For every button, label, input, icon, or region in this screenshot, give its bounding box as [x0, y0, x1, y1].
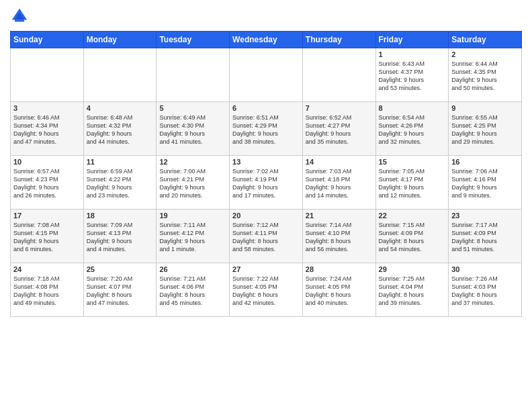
- day-info: Sunrise: 7:00 AM Sunset: 4:21 PM Dayligh…: [159, 167, 226, 200]
- day-info: Sunrise: 7:14 AM Sunset: 4:10 PM Dayligh…: [306, 221, 373, 254]
- calendar-cell: [157, 48, 230, 102]
- calendar: SundayMondayTuesdayWednesdayThursdayFrid…: [10, 31, 522, 317]
- calendar-cell: 13Sunrise: 7:02 AM Sunset: 4:19 PM Dayli…: [230, 156, 303, 210]
- day-info: Sunrise: 7:17 AM Sunset: 4:09 PM Dayligh…: [451, 221, 519, 254]
- day-info: Sunrise: 7:08 AM Sunset: 4:15 PM Dayligh…: [13, 221, 81, 254]
- day-number: 14: [306, 158, 373, 166]
- day-number: 20: [232, 212, 300, 220]
- calendar-cell: 14Sunrise: 7:03 AM Sunset: 4:18 PM Dayli…: [302, 156, 375, 210]
- calendar-cell: 11Sunrise: 6:59 AM Sunset: 4:22 PM Dayli…: [83, 156, 157, 210]
- calendar-cell: [11, 48, 84, 102]
- day-header: Wednesday: [230, 32, 303, 48]
- calendar-cell: 12Sunrise: 7:00 AM Sunset: 4:21 PM Dayli…: [157, 156, 230, 210]
- calendar-row: 1Sunrise: 6:43 AM Sunset: 4:37 PM Daylig…: [11, 48, 522, 102]
- day-number: 16: [451, 158, 519, 166]
- calendar-cell: 24Sunrise: 7:18 AM Sunset: 4:08 PM Dayli…: [11, 263, 84, 317]
- day-number: 18: [87, 212, 154, 220]
- day-number: 30: [451, 265, 519, 273]
- day-info: Sunrise: 7:21 AM Sunset: 4:06 PM Dayligh…: [159, 275, 226, 308]
- day-info: Sunrise: 7:09 AM Sunset: 4:13 PM Dayligh…: [87, 221, 154, 254]
- calendar-cell: 17Sunrise: 7:08 AM Sunset: 4:15 PM Dayli…: [11, 210, 84, 263]
- calendar-cell: 18Sunrise: 7:09 AM Sunset: 4:13 PM Dayli…: [83, 210, 157, 263]
- calendar-cell: 10Sunrise: 6:57 AM Sunset: 4:23 PM Dayli…: [11, 156, 84, 210]
- day-info: Sunrise: 7:15 AM Sunset: 4:09 PM Dayligh…: [379, 221, 446, 254]
- day-number: 22: [379, 212, 446, 220]
- logo-icon: [10, 7, 29, 26]
- day-info: Sunrise: 7:11 AM Sunset: 4:12 PM Dayligh…: [159, 221, 226, 254]
- calendar-cell: 15Sunrise: 7:05 AM Sunset: 4:17 PM Dayli…: [375, 156, 449, 210]
- calendar-cell: [230, 48, 303, 102]
- day-number: 3: [13, 104, 81, 112]
- calendar-cell: 6Sunrise: 6:51 AM Sunset: 4:29 PM Daylig…: [230, 102, 303, 156]
- day-info: Sunrise: 7:05 AM Sunset: 4:17 PM Dayligh…: [379, 167, 446, 200]
- calendar-cell: [83, 48, 157, 102]
- day-info: Sunrise: 6:43 AM Sunset: 4:37 PM Dayligh…: [379, 60, 446, 93]
- calendar-cell: 7Sunrise: 6:52 AM Sunset: 4:27 PM Daylig…: [302, 102, 375, 156]
- day-info: Sunrise: 7:03 AM Sunset: 4:18 PM Dayligh…: [306, 167, 373, 200]
- calendar-cell: 30Sunrise: 7:26 AM Sunset: 4:03 PM Dayli…: [449, 263, 522, 317]
- calendar-cell: 8Sunrise: 6:54 AM Sunset: 4:26 PM Daylig…: [375, 102, 449, 156]
- day-header: Sunday: [11, 32, 84, 48]
- day-info: Sunrise: 6:44 AM Sunset: 4:35 PM Dayligh…: [451, 60, 519, 93]
- day-number: 13: [232, 158, 300, 166]
- calendar-cell: 20Sunrise: 7:12 AM Sunset: 4:11 PM Dayli…: [230, 210, 303, 263]
- calendar-cell: 19Sunrise: 7:11 AM Sunset: 4:12 PM Dayli…: [157, 210, 230, 263]
- svg-rect-2: [15, 20, 24, 22]
- calendar-cell: 29Sunrise: 7:25 AM Sunset: 4:04 PM Dayli…: [375, 263, 449, 317]
- calendar-cell: 28Sunrise: 7:24 AM Sunset: 4:05 PM Dayli…: [302, 263, 375, 317]
- day-info: Sunrise: 7:26 AM Sunset: 4:03 PM Dayligh…: [451, 275, 519, 308]
- day-number: 15: [379, 158, 446, 166]
- calendar-cell: 9Sunrise: 6:55 AM Sunset: 4:25 PM Daylig…: [449, 102, 522, 156]
- day-number: 25: [87, 265, 154, 273]
- day-info: Sunrise: 6:54 AM Sunset: 4:26 PM Dayligh…: [379, 113, 446, 146]
- day-number: 11: [87, 158, 154, 166]
- calendar-row: 3Sunrise: 6:46 AM Sunset: 4:34 PM Daylig…: [11, 102, 522, 156]
- day-number: 27: [232, 265, 300, 273]
- calendar-cell: 22Sunrise: 7:15 AM Sunset: 4:09 PM Dayli…: [375, 210, 449, 263]
- calendar-cell: 1Sunrise: 6:43 AM Sunset: 4:37 PM Daylig…: [375, 48, 449, 102]
- calendar-cell: [302, 48, 375, 102]
- day-number: 6: [232, 104, 300, 112]
- calendar-row: 10Sunrise: 6:57 AM Sunset: 4:23 PM Dayli…: [11, 156, 522, 210]
- day-header: Thursday: [302, 32, 375, 48]
- day-number: 1: [379, 50, 446, 58]
- day-info: Sunrise: 6:55 AM Sunset: 4:25 PM Dayligh…: [451, 113, 519, 146]
- day-number: 19: [159, 212, 226, 220]
- calendar-row: 17Sunrise: 7:08 AM Sunset: 4:15 PM Dayli…: [11, 210, 522, 263]
- day-number: 24: [13, 265, 81, 273]
- calendar-header-row: SundayMondayTuesdayWednesdayThursdayFrid…: [11, 32, 522, 48]
- calendar-cell: 16Sunrise: 7:06 AM Sunset: 4:16 PM Dayli…: [449, 156, 522, 210]
- day-info: Sunrise: 7:12 AM Sunset: 4:11 PM Dayligh…: [232, 221, 300, 254]
- day-number: 10: [13, 158, 81, 166]
- calendar-cell: 27Sunrise: 7:22 AM Sunset: 4:05 PM Dayli…: [230, 263, 303, 317]
- day-number: 29: [379, 265, 446, 273]
- page: SundayMondayTuesdayWednesdayThursdayFrid…: [0, 0, 532, 411]
- calendar-cell: 5Sunrise: 6:49 AM Sunset: 4:30 PM Daylig…: [157, 102, 230, 156]
- calendar-cell: 25Sunrise: 7:20 AM Sunset: 4:07 PM Dayli…: [83, 263, 157, 317]
- day-number: 17: [13, 212, 81, 220]
- day-header: Saturday: [449, 32, 522, 48]
- day-number: 12: [159, 158, 226, 166]
- day-number: 4: [87, 104, 154, 112]
- calendar-cell: 4Sunrise: 6:48 AM Sunset: 4:32 PM Daylig…: [83, 102, 157, 156]
- day-number: 28: [306, 265, 373, 273]
- calendar-cell: 3Sunrise: 6:46 AM Sunset: 4:34 PM Daylig…: [11, 102, 84, 156]
- day-info: Sunrise: 7:24 AM Sunset: 4:05 PM Dayligh…: [306, 275, 373, 308]
- day-info: Sunrise: 7:18 AM Sunset: 4:08 PM Dayligh…: [13, 275, 81, 308]
- day-number: 5: [159, 104, 226, 112]
- day-header: Friday: [375, 32, 449, 48]
- day-number: 2: [451, 50, 519, 58]
- day-header: Tuesday: [157, 32, 230, 48]
- day-info: Sunrise: 7:06 AM Sunset: 4:16 PM Dayligh…: [451, 167, 519, 200]
- day-number: 9: [451, 104, 519, 112]
- day-info: Sunrise: 7:20 AM Sunset: 4:07 PM Dayligh…: [87, 275, 154, 308]
- day-number: 21: [306, 212, 373, 220]
- calendar-cell: 21Sunrise: 7:14 AM Sunset: 4:10 PM Dayli…: [302, 210, 375, 263]
- day-info: Sunrise: 6:57 AM Sunset: 4:23 PM Dayligh…: [13, 167, 81, 200]
- day-info: Sunrise: 6:48 AM Sunset: 4:32 PM Dayligh…: [87, 113, 154, 146]
- day-number: 7: [306, 104, 373, 112]
- day-number: 8: [379, 104, 446, 112]
- day-info: Sunrise: 7:25 AM Sunset: 4:04 PM Dayligh…: [379, 275, 446, 308]
- day-number: 26: [159, 265, 226, 273]
- day-info: Sunrise: 6:49 AM Sunset: 4:30 PM Dayligh…: [159, 113, 226, 146]
